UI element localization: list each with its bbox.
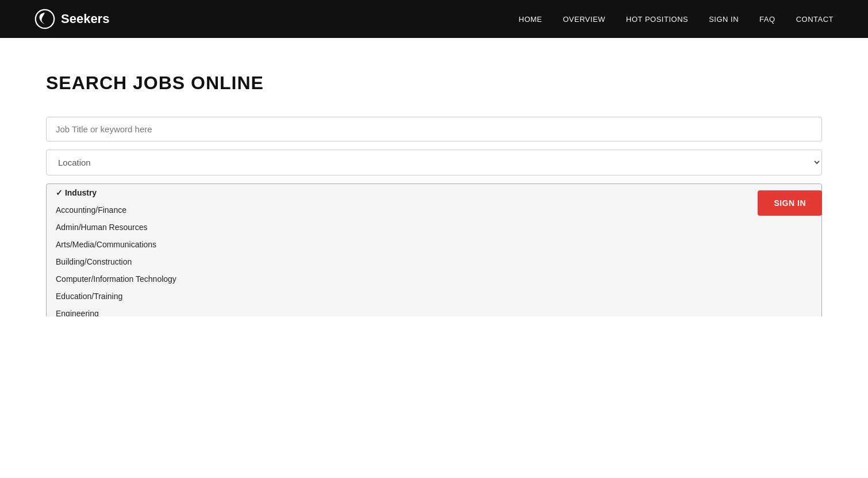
nav-overview[interactable]: OVERVIEW xyxy=(563,15,605,24)
industry-option-engineering[interactable]: Engineering xyxy=(47,305,821,316)
industry-option-building[interactable]: Building/Construction xyxy=(47,253,821,270)
nav-sign-in[interactable]: SIGN IN xyxy=(709,15,739,24)
industry-option-education[interactable]: Education/Training xyxy=(47,288,821,305)
logo-icon xyxy=(34,9,55,29)
nav-home[interactable]: HOME xyxy=(519,15,542,24)
industry-option-admin[interactable]: Admin/Human Resources xyxy=(47,219,821,236)
industry-option-arts[interactable]: Arts/Media/Communications xyxy=(47,236,821,253)
location-select[interactable]: Location Kuala Lumpur Penang Johor Bahru… xyxy=(46,150,822,175)
page-title: SEARCH JOBS ONLINE xyxy=(46,72,822,94)
header: Seekers HOME OVERVIEW HOT POSITIONS SIGN… xyxy=(0,0,868,38)
search-section: Location Kuala Lumpur Penang Johor Bahru… xyxy=(46,117,822,216)
main-nav: HOME OVERVIEW HOT POSITIONS SIGN IN FAQ … xyxy=(519,15,834,24)
logo: Seekers xyxy=(34,9,109,29)
svg-point-0 xyxy=(36,10,54,28)
keyword-input[interactable] xyxy=(46,117,822,142)
nav-contact[interactable]: CONTACT xyxy=(796,15,834,24)
nav-hot-positions[interactable]: HOT POSITIONS xyxy=(626,15,688,24)
industry-option-computer[interactable]: Computer/Information Technology xyxy=(47,270,821,288)
signin-button[interactable]: SIGN IN xyxy=(758,190,822,216)
nav-faq[interactable]: FAQ xyxy=(759,15,775,24)
logo-text: Seekers xyxy=(61,12,109,26)
main-content: SEARCH JOBS ONLINE Location Kuala Lumpur… xyxy=(0,38,868,316)
